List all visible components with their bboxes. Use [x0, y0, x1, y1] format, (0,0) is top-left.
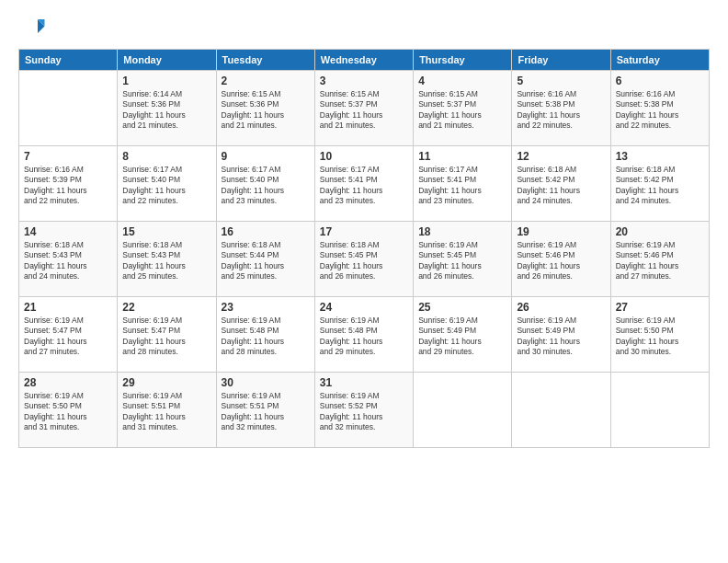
- day-info: Sunrise: 6:19 AM Sunset: 5:46 PM Dayligh…: [616, 240, 704, 282]
- day-number: 31: [320, 376, 408, 389]
- calendar-cell: 17Sunrise: 6:18 AM Sunset: 5:45 PM Dayli…: [314, 222, 413, 297]
- calendar-cell: 29Sunrise: 6:19 AM Sunset: 5:51 PM Dayli…: [118, 373, 216, 448]
- day-number: 22: [122, 301, 210, 314]
- day-number: 1: [122, 75, 210, 87]
- calendar-cell: 8Sunrise: 6:17 AM Sunset: 5:40 PM Daylig…: [118, 146, 216, 222]
- calendar-week-row: 7Sunrise: 6:16 AM Sunset: 5:39 PM Daylig…: [19, 146, 710, 222]
- logo: [18, 14, 50, 41]
- day-number: 24: [320, 301, 408, 314]
- calendar-week-row: 14Sunrise: 6:18 AM Sunset: 5:43 PM Dayli…: [19, 222, 710, 297]
- calendar-cell: 20Sunrise: 6:19 AM Sunset: 5:46 PM Dayli…: [610, 222, 709, 297]
- day-info: Sunrise: 6:19 AM Sunset: 5:50 PM Dayligh…: [616, 316, 704, 358]
- day-number: 26: [517, 301, 605, 314]
- day-number: 19: [517, 225, 605, 238]
- day-number: 9: [222, 150, 310, 163]
- weekday-header: Friday: [512, 50, 610, 71]
- day-number: 10: [320, 150, 408, 163]
- calendar-cell: 22Sunrise: 6:19 AM Sunset: 5:47 PM Dayli…: [118, 297, 216, 373]
- calendar-cell: 7Sunrise: 6:16 AM Sunset: 5:39 PM Daylig…: [19, 146, 118, 222]
- weekday-header: Tuesday: [216, 50, 314, 71]
- day-info: Sunrise: 6:18 AM Sunset: 5:42 PM Dayligh…: [616, 165, 704, 207]
- day-info: Sunrise: 6:17 AM Sunset: 5:41 PM Dayligh…: [320, 165, 408, 207]
- day-number: 25: [418, 301, 506, 314]
- day-number: 13: [616, 150, 704, 163]
- calendar-cell: 28Sunrise: 6:19 AM Sunset: 5:50 PM Dayli…: [19, 373, 118, 448]
- calendar-cell: 25Sunrise: 6:19 AM Sunset: 5:49 PM Dayli…: [414, 297, 512, 373]
- day-number: 6: [616, 75, 704, 87]
- weekday-header-row: SundayMondayTuesdayWednesdayThursdayFrid…: [19, 50, 710, 71]
- day-info: Sunrise: 6:19 AM Sunset: 5:51 PM Dayligh…: [222, 391, 310, 433]
- day-info: Sunrise: 6:19 AM Sunset: 5:49 PM Dayligh…: [517, 316, 605, 358]
- day-number: 28: [24, 376, 112, 389]
- day-number: 2: [222, 75, 310, 87]
- calendar-cell: 31Sunrise: 6:19 AM Sunset: 5:52 PM Dayli…: [314, 373, 413, 448]
- calendar-cell: 10Sunrise: 6:17 AM Sunset: 5:41 PM Dayli…: [314, 146, 413, 222]
- calendar-week-row: 21Sunrise: 6:19 AM Sunset: 5:47 PM Dayli…: [19, 297, 710, 373]
- calendar-table: SundayMondayTuesdayWednesdayThursdayFrid…: [18, 49, 710, 448]
- calendar-week-row: 1Sunrise: 6:14 AM Sunset: 5:36 PM Daylig…: [19, 71, 710, 146]
- calendar-cell: 14Sunrise: 6:18 AM Sunset: 5:43 PM Dayli…: [19, 222, 118, 297]
- calendar-cell: 4Sunrise: 6:15 AM Sunset: 5:37 PM Daylig…: [414, 71, 512, 146]
- day-info: Sunrise: 6:17 AM Sunset: 5:41 PM Dayligh…: [418, 165, 506, 207]
- weekday-header: Sunday: [19, 50, 118, 71]
- day-info: Sunrise: 6:18 AM Sunset: 5:45 PM Dayligh…: [320, 240, 408, 282]
- day-info: Sunrise: 6:19 AM Sunset: 5:50 PM Dayligh…: [24, 391, 112, 433]
- calendar-cell: 16Sunrise: 6:18 AM Sunset: 5:44 PM Dayli…: [216, 222, 314, 297]
- day-info: Sunrise: 6:19 AM Sunset: 5:47 PM Dayligh…: [24, 316, 112, 358]
- day-number: 23: [222, 301, 310, 314]
- day-info: Sunrise: 6:19 AM Sunset: 5:49 PM Dayligh…: [418, 316, 506, 358]
- calendar-cell: 21Sunrise: 6:19 AM Sunset: 5:47 PM Dayli…: [19, 297, 118, 373]
- calendar-cell: 19Sunrise: 6:19 AM Sunset: 5:46 PM Dayli…: [512, 222, 610, 297]
- calendar-cell: 26Sunrise: 6:19 AM Sunset: 5:49 PM Dayli…: [512, 297, 610, 373]
- day-number: 11: [418, 150, 506, 163]
- day-info: Sunrise: 6:17 AM Sunset: 5:40 PM Dayligh…: [222, 165, 310, 207]
- weekday-header: Saturday: [610, 50, 709, 71]
- day-number: 8: [122, 150, 210, 163]
- day-number: 18: [418, 225, 506, 238]
- calendar-cell: 5Sunrise: 6:16 AM Sunset: 5:38 PM Daylig…: [512, 71, 610, 146]
- calendar-cell: 13Sunrise: 6:18 AM Sunset: 5:42 PM Dayli…: [610, 146, 709, 222]
- weekday-header: Thursday: [414, 50, 512, 71]
- day-number: 16: [222, 225, 310, 238]
- calendar-cell: 1Sunrise: 6:14 AM Sunset: 5:36 PM Daylig…: [118, 71, 216, 146]
- day-number: 4: [418, 75, 506, 87]
- day-number: 3: [320, 75, 408, 87]
- day-info: Sunrise: 6:17 AM Sunset: 5:40 PM Dayligh…: [122, 165, 210, 207]
- calendar-cell: 9Sunrise: 6:17 AM Sunset: 5:40 PM Daylig…: [216, 146, 314, 222]
- day-info: Sunrise: 6:19 AM Sunset: 5:47 PM Dayligh…: [122, 316, 210, 358]
- calendar-cell: [610, 373, 709, 448]
- day-info: Sunrise: 6:19 AM Sunset: 5:46 PM Dayligh…: [517, 240, 605, 282]
- day-number: 20: [616, 225, 704, 238]
- header: [18, 14, 710, 41]
- day-number: 17: [320, 225, 408, 238]
- calendar-cell: 12Sunrise: 6:18 AM Sunset: 5:42 PM Dayli…: [512, 146, 610, 222]
- calendar-week-row: 28Sunrise: 6:19 AM Sunset: 5:50 PM Dayli…: [19, 373, 710, 448]
- weekday-header: Monday: [118, 50, 216, 71]
- calendar-cell: 2Sunrise: 6:15 AM Sunset: 5:36 PM Daylig…: [216, 71, 314, 146]
- day-info: Sunrise: 6:19 AM Sunset: 5:51 PM Dayligh…: [122, 391, 210, 433]
- day-info: Sunrise: 6:19 AM Sunset: 5:48 PM Dayligh…: [222, 316, 310, 358]
- day-number: 15: [122, 225, 210, 238]
- calendar-cell: 3Sunrise: 6:15 AM Sunset: 5:37 PM Daylig…: [314, 71, 413, 146]
- day-info: Sunrise: 6:14 AM Sunset: 5:36 PM Dayligh…: [122, 89, 210, 132]
- day-number: 5: [517, 75, 605, 87]
- day-number: 29: [122, 376, 210, 389]
- calendar-cell: 11Sunrise: 6:17 AM Sunset: 5:41 PM Dayli…: [414, 146, 512, 222]
- calendar-cell: 24Sunrise: 6:19 AM Sunset: 5:48 PM Dayli…: [314, 297, 413, 373]
- calendar-cell: [512, 373, 610, 448]
- day-info: Sunrise: 6:16 AM Sunset: 5:38 PM Dayligh…: [616, 89, 704, 132]
- day-info: Sunrise: 6:16 AM Sunset: 5:39 PM Dayligh…: [24, 165, 112, 207]
- calendar-cell: [19, 71, 118, 146]
- day-number: 30: [222, 376, 310, 389]
- day-info: Sunrise: 6:18 AM Sunset: 5:43 PM Dayligh…: [24, 240, 112, 282]
- logo-icon: [18, 14, 46, 41]
- day-number: 12: [517, 150, 605, 163]
- day-info: Sunrise: 6:18 AM Sunset: 5:42 PM Dayligh…: [517, 165, 605, 207]
- weekday-header: Wednesday: [314, 50, 413, 71]
- calendar-cell: 23Sunrise: 6:19 AM Sunset: 5:48 PM Dayli…: [216, 297, 314, 373]
- day-number: 14: [24, 225, 112, 238]
- calendar-cell: [414, 373, 512, 448]
- day-info: Sunrise: 6:15 AM Sunset: 5:36 PM Dayligh…: [222, 89, 310, 132]
- day-number: 21: [24, 301, 112, 314]
- day-number: 7: [24, 150, 112, 163]
